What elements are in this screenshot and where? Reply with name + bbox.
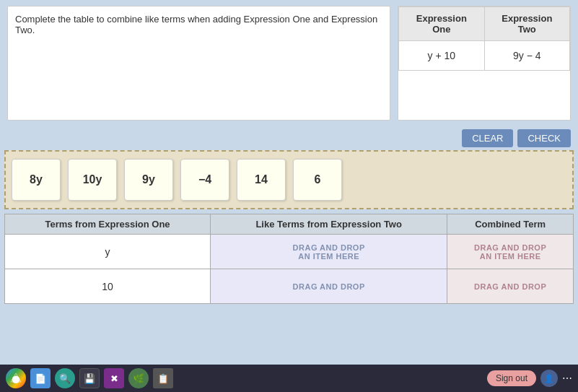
tile-10y[interactable]: 10y (68, 159, 117, 201)
drop-zone-like-y[interactable]: DRAG AND DROPAN ITEM HERE (211, 235, 447, 269)
tile-9y[interactable]: 9y (124, 159, 173, 201)
check-button[interactable]: CHECK (517, 129, 571, 147)
user-avatar[interactable]: 👤 (540, 370, 558, 387)
drive-icon[interactable]: 💾 (79, 368, 100, 388)
more-options[interactable]: ⋯ (562, 373, 572, 384)
action-bar: CLEAR CHECK (0, 126, 578, 150)
table-row: y DRAG AND DROPAN ITEM HERE DRAG AND DRO… (5, 235, 574, 269)
docs-icon[interactable]: 📄 (30, 368, 51, 388)
tile-empty-slot (349, 159, 398, 201)
main-col1-header: Terms from Expression One (5, 214, 211, 235)
col2-header: Expression Two (484, 7, 569, 41)
taskbar: 📄 🔍 💾 ✖ 🌿 📋 Sign out 👤 ⋯ (0, 365, 578, 392)
tile-neg4[interactable]: −4 (180, 159, 229, 201)
expr-one-value: y + 10 (399, 41, 485, 71)
term-10: 10 (5, 269, 211, 304)
tile-14[interactable]: 14 (237, 159, 286, 201)
instruction-text: Complete the table to combine like terms… (7, 6, 390, 121)
chrome-icon[interactable] (6, 368, 26, 388)
tile-8y[interactable]: 8y (12, 159, 61, 201)
expr-two-value: 9y − 4 (484, 41, 569, 71)
main-col2-header: Like Terms from Expression Two (211, 214, 447, 235)
search-icon[interactable]: 🔍 (55, 368, 75, 388)
drop-zone-combined-y[interactable]: DRAG AND DROPAN ITEM HERE (447, 235, 574, 269)
drop-zone-like-10[interactable]: DRAG AND DROP (211, 269, 447, 304)
tiles-area: 8y 10y 9y −4 14 6 (4, 150, 574, 209)
sign-out-button[interactable]: Sign out (487, 370, 536, 386)
file-icon[interactable]: 📋 (153, 368, 173, 388)
main-col3-header: Combined Term (447, 214, 574, 235)
clear-button[interactable]: CLEAR (462, 129, 513, 147)
main-table-section: Terms from Expression One Like Terms fro… (4, 214, 574, 304)
tile-6[interactable]: 6 (293, 159, 342, 201)
leaf-icon[interactable]: 🌿 (128, 368, 149, 388)
expression-table: Expression One Expression Two y + 10 9y … (398, 6, 571, 121)
sheets-icon[interactable]: ✖ (104, 368, 124, 388)
drop-zone-combined-10[interactable]: DRAG AND DROP (447, 269, 574, 304)
table-row: 10 DRAG AND DROP DRAG AND DROP (5, 269, 574, 304)
col1-header: Expression One (399, 7, 485, 41)
term-y: y (5, 235, 211, 269)
